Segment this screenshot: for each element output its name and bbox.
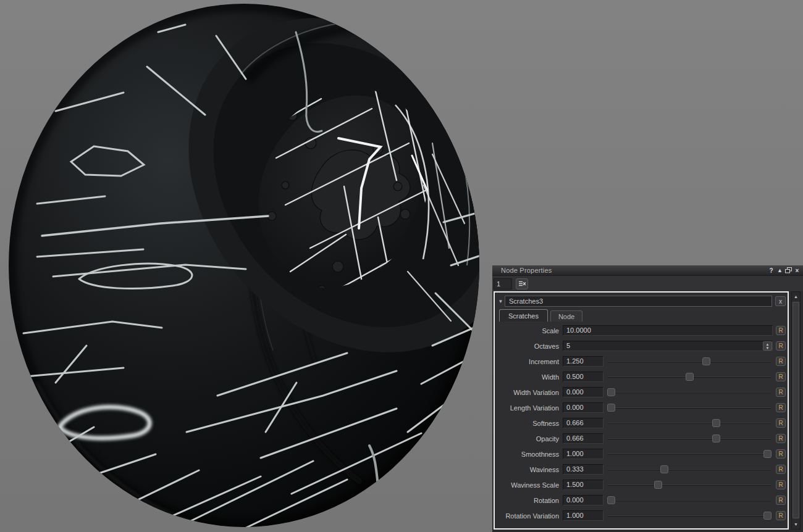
param-row-smoothness: Smoothness 1.000 R — [497, 446, 786, 462]
param-label: Width Variation — [497, 389, 563, 396]
width-variation-field[interactable]: 0.000 — [563, 387, 603, 397]
octaves-field[interactable]: 5 — [563, 341, 773, 351]
reset-button[interactable]: R — [776, 480, 786, 489]
restore-icon[interactable] — [784, 267, 792, 275]
param-label: Waviness — [497, 466, 563, 473]
increment-slider[interactable] — [607, 356, 771, 367]
tab-node[interactable]: Node — [550, 310, 582, 322]
slider-handle[interactable] — [607, 496, 615, 504]
panel-title: Node Properties — [501, 267, 767, 274]
node-properties-panel: Node Properties ? ▲ × 1 — [492, 265, 803, 532]
waviness-field[interactable]: 0.333 — [563, 464, 603, 475]
collapse-arrow-icon[interactable]: ▼ — [497, 299, 505, 304]
width-variation-slider[interactable] — [607, 387, 771, 397]
panel-scrollbar[interactable]: ▲ ▼ — [791, 291, 801, 530]
param-row-opacity: Opacity 0.666 R — [497, 431, 786, 446]
rotation-variation-slider[interactable] — [607, 510, 771, 521]
index-field[interactable]: 1 — [494, 278, 512, 289]
slider-handle[interactable] — [654, 481, 662, 489]
param-label: Smoothness — [497, 451, 563, 458]
slider-handle[interactable] — [607, 388, 615, 396]
rotation-field[interactable]: 0.000 — [563, 495, 603, 505]
rotation-variation-field[interactable]: 1.000 — [563, 510, 603, 521]
softness-slider[interactable] — [607, 418, 771, 428]
reset-button[interactable]: R — [776, 465, 786, 474]
scale-field[interactable]: 10.0000 — [563, 325, 773, 336]
length-variation-field[interactable]: 0.000 — [563, 402, 603, 413]
octaves-spinner[interactable]: ▲ ▼ — [763, 341, 772, 351]
reset-button[interactable]: R — [776, 372, 786, 381]
param-label: Scale — [497, 327, 563, 335]
param-label: Increment — [497, 358, 563, 365]
slider-handle[interactable] — [686, 373, 694, 381]
slider-handle[interactable] — [763, 512, 771, 520]
param-row-length-variation: Length Variation 0.000 R — [497, 400, 786, 415]
reset-button[interactable]: R — [776, 434, 786, 443]
close-icon[interactable]: × — [793, 267, 801, 275]
clear-list-button[interactable] — [516, 278, 528, 289]
param-label: Length Variation — [497, 404, 563, 412]
node-close-button[interactable]: x — [775, 296, 786, 306]
param-label: Width — [497, 373, 563, 381]
reset-button[interactable]: R — [776, 388, 786, 397]
panel-titlebar[interactable]: Node Properties ? ▲ × — [492, 265, 803, 276]
opacity-slider[interactable] — [607, 433, 771, 444]
param-row-width-variation: Width Variation 0.000 R — [497, 384, 786, 400]
param-row-softness: Softness 0.666 R — [497, 415, 786, 431]
length-variation-slider[interactable] — [607, 402, 771, 413]
slider-track — [607, 391, 771, 393]
reset-button[interactable]: R — [776, 403, 786, 412]
param-row-rotation-variation: Rotation Variation 1.000 R — [497, 508, 786, 523]
scratches3-groupbox: ▼ Scratches3 x Scratches Node Scale 10.0… — [494, 291, 789, 530]
slider-handle[interactable] — [607, 404, 615, 412]
reset-button[interactable]: R — [776, 496, 786, 505]
slider-handle[interactable] — [712, 434, 720, 443]
slider-handle[interactable] — [660, 465, 668, 473]
reset-button[interactable]: R — [776, 341, 786, 351]
param-row-width: Width 0.500 R — [497, 369, 786, 384]
smoothness-field[interactable]: 1.000 — [563, 449, 603, 459]
param-row-waviness: Waviness 0.333 R — [497, 462, 786, 477]
param-label: Rotation — [497, 497, 563, 504]
scroll-down-icon[interactable]: ▼ — [792, 520, 799, 528]
smoothness-slider[interactable] — [607, 449, 771, 459]
clear-list-icon — [519, 281, 526, 286]
tab-scratches[interactable]: Scratches — [499, 309, 548, 322]
reset-button[interactable]: R — [776, 326, 786, 335]
waviness-slider[interactable] — [607, 464, 771, 475]
opacity-field[interactable]: 0.666 — [563, 433, 603, 444]
application-window: Node Properties ? ▲ × 1 — [0, 0, 803, 532]
waviness-scale-slider[interactable] — [607, 480, 771, 490]
slider-handle[interactable] — [763, 450, 771, 458]
rotation-slider[interactable] — [607, 495, 771, 505]
softness-field[interactable]: 0.666 — [563, 418, 603, 428]
width-slider[interactable] — [607, 372, 771, 382]
slider-handle[interactable] — [712, 419, 720, 427]
spin-down-icon[interactable]: ▼ — [766, 346, 770, 350]
slider-track — [607, 438, 771, 439]
parameter-list: Scale 10.0000 R Octaves 5 ▲ ▼ R — [495, 322, 788, 523]
node-name-field[interactable]: Scratches3 — [505, 296, 772, 307]
reset-button[interactable]: R — [776, 511, 786, 520]
reset-button[interactable]: R — [776, 418, 786, 428]
increment-field[interactable]: 1.250 — [563, 356, 603, 367]
waviness-scale-field[interactable]: 1.500 — [563, 480, 603, 490]
reset-button[interactable]: R — [776, 449, 786, 459]
slider-track — [607, 515, 771, 517]
panel-toolbar: 1 — [492, 276, 803, 291]
slider-handle[interactable] — [702, 357, 710, 365]
param-row-scale: Scale 10.0000 R — [497, 323, 786, 338]
reset-button[interactable]: R — [776, 357, 786, 366]
param-label: Waviness Scale — [497, 481, 563, 489]
scroll-up-icon[interactable]: ▲ — [792, 293, 799, 301]
param-row-increment: Increment 1.250 R — [497, 354, 786, 369]
node-header: ▼ Scratches3 x — [495, 293, 788, 308]
width-field[interactable]: 0.500 — [563, 372, 603, 382]
scrollbar-thumb[interactable] — [792, 302, 799, 518]
param-row-octaves: Octaves 5 ▲ ▼ R — [497, 338, 786, 354]
param-label: Opacity — [497, 435, 563, 443]
help-icon[interactable]: ? — [767, 267, 775, 275]
slider-track — [607, 453, 771, 455]
slider-track — [607, 484, 771, 486]
panel-thumb-icon[interactable]: ▲ — [776, 267, 784, 275]
